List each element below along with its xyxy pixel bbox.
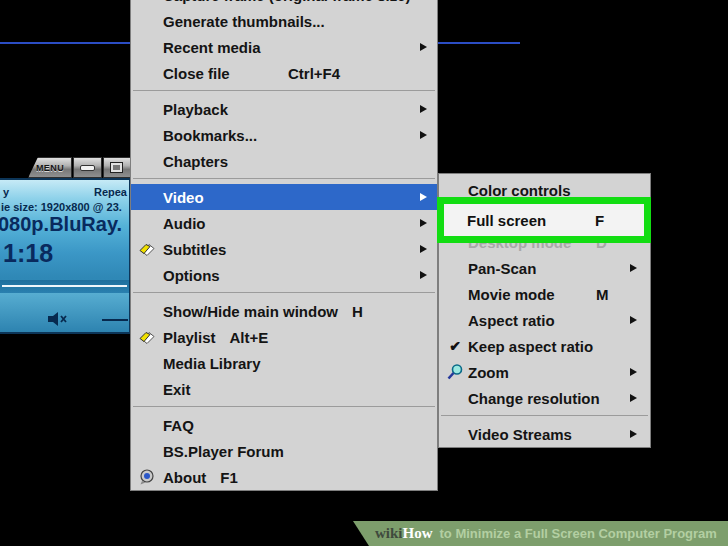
menu-item-zoom[interactable]: Zoom xyxy=(439,359,650,385)
speaker-muted-icon[interactable] xyxy=(46,311,72,331)
main-context-menu: Capture frame (original frame size)Gener… xyxy=(130,0,438,491)
menu-item-shortcut: Ctrl+F4 xyxy=(288,65,340,82)
player-text-fragment: y xyxy=(3,186,9,198)
restore-button[interactable] xyxy=(103,157,132,178)
submenu-arrow-icon xyxy=(630,264,637,272)
submenu-arrow-icon xyxy=(630,430,637,438)
submenu-arrow-icon xyxy=(420,271,427,279)
menu-separator xyxy=(133,178,435,179)
menu-item-generate-thumbnails[interactable]: Generate thumbnails... xyxy=(131,8,437,34)
menu-separator xyxy=(133,292,435,293)
menu-item-label: Generate thumbnails... xyxy=(163,13,325,30)
watermark-tagline: to Minimize a Full Screen Computer Progr… xyxy=(440,526,717,541)
menu-separator xyxy=(133,90,435,91)
submenu-arrow-icon xyxy=(420,131,427,139)
menu-item-label: Recent media xyxy=(163,39,261,56)
menu-item-faq[interactable]: FAQ xyxy=(131,412,437,438)
menu-item-label: Full screen xyxy=(467,212,546,229)
menu-item-playlist[interactable]: PlaylistAlt+E xyxy=(131,324,437,350)
menu-item-video[interactable]: Video xyxy=(131,184,437,210)
menu-item-movie-mode[interactable]: Movie modeM xyxy=(439,281,650,307)
restore-icon xyxy=(110,162,123,173)
player-titlebar: MENU xyxy=(28,157,131,178)
menu-item-label: Subtitles xyxy=(163,241,226,258)
menu-item-label: Zoom xyxy=(468,364,509,381)
player-panel: y Repea ie size: 1920x800 @ 23. 080p.Blu… xyxy=(0,178,131,334)
wikihow-logo-how: How xyxy=(403,525,433,542)
magnifier-icon xyxy=(444,363,466,381)
submenu-arrow-icon xyxy=(420,219,427,227)
menu-item-playback[interactable]: Playback xyxy=(131,96,437,122)
menu-item-aspect-ratio[interactable]: Aspect ratio xyxy=(439,307,650,333)
submenu-arrow-icon xyxy=(420,105,427,113)
menu-separator xyxy=(441,415,648,416)
menu-item-bs-player-forum[interactable]: BS.Player Forum xyxy=(131,438,437,464)
menu-item-label: Movie mode xyxy=(468,286,555,303)
menu-item-label: Capture frame (original frame size) xyxy=(163,0,411,4)
menu-item-label: Options xyxy=(163,267,220,284)
menu-item-bookmarks[interactable]: Bookmarks... xyxy=(131,122,437,148)
menu-item-label: Chapters xyxy=(163,153,228,170)
menu-item-close-file[interactable]: Close fileCtrl+F4 xyxy=(131,60,437,86)
elapsed-time: 1:18 xyxy=(3,239,53,268)
menu-item-shortcut: F xyxy=(595,212,604,229)
menu-item-label: Pan-Scan xyxy=(468,260,536,277)
seek-bar-track xyxy=(2,285,127,287)
checkmark-icon: ✔ xyxy=(444,339,466,353)
menu-item-shortcut: H xyxy=(352,303,363,320)
menu-separator xyxy=(133,406,435,407)
menu-item-options[interactable]: Options xyxy=(131,262,437,288)
menu-item-subtitles[interactable]: Subtitles xyxy=(131,236,437,262)
filename-label: 080p.BluRay. xyxy=(0,213,122,236)
menu-item-label: Audio xyxy=(163,215,206,232)
menu-item-about[interactable]: AboutF1 xyxy=(131,464,437,490)
menu-item-label: Media Library xyxy=(163,355,261,372)
menu-item-video-streams[interactable]: Video Streams xyxy=(439,421,650,447)
menu-item-label: FAQ xyxy=(163,417,194,434)
minimize-button[interactable] xyxy=(73,157,102,178)
seek-bar[interactable] xyxy=(0,280,129,293)
player-menu-tab[interactable]: MENU xyxy=(28,157,72,178)
wikihow-logo-wiki: wiki xyxy=(375,525,403,542)
menu-item-label: BS.Player Forum xyxy=(163,443,284,460)
subtitles-icon xyxy=(136,242,158,257)
menu-item-label: Playback xyxy=(163,101,228,118)
wikihow-watermark-banner: wikiHow to Minimize a Full Screen Comput… xyxy=(353,521,728,546)
movie-size-label: ie size: 1920x800 @ 23. xyxy=(1,201,122,213)
submenu-arrow-icon xyxy=(420,43,427,51)
menu-item-exit[interactable]: Exit xyxy=(131,376,437,402)
menu-item-label: Video xyxy=(163,189,204,206)
menu-item-label: Color controls xyxy=(468,182,571,199)
menu-item-capture-frame-original-frame-size[interactable]: Capture frame (original frame size) xyxy=(131,0,437,8)
minimize-icon xyxy=(80,165,95,171)
menu-item-label: Change resolution xyxy=(468,390,600,407)
menu-item-media-library[interactable]: Media Library xyxy=(131,350,437,376)
menu-item-label: Keep aspect ratio xyxy=(468,338,593,355)
menu-item-shortcut: Alt+E xyxy=(230,329,269,346)
playlist-icon xyxy=(136,330,158,345)
menu-item-change-resolution[interactable]: Change resolution xyxy=(439,385,650,411)
submenu-arrow-icon xyxy=(420,245,427,253)
repeat-label: Repea xyxy=(94,186,127,198)
screenshot-canvas: MENU y Repea ie size: 1920x800 @ 23. 080… xyxy=(0,0,728,546)
submenu-arrow-icon xyxy=(630,316,637,324)
menu-item-label: Close file xyxy=(163,65,230,82)
menu-item-chapters[interactable]: Chapters xyxy=(131,148,437,174)
volume-slider[interactable] xyxy=(102,319,128,321)
fullscreen-highlight-box[interactable]: Full screen F xyxy=(437,197,651,243)
submenu-arrow-icon xyxy=(630,394,637,402)
menu-item-show-hide-main-window[interactable]: Show/Hide main windowH xyxy=(131,298,437,324)
menu-item-label: Video Streams xyxy=(468,426,572,443)
menu-item-shortcut: M xyxy=(596,286,609,303)
menu-item-label: Exit xyxy=(163,381,191,398)
menu-item-label: Bookmarks... xyxy=(163,127,257,144)
menu-item-label: About xyxy=(163,469,206,486)
menu-item-keep-aspect-ratio[interactable]: ✔Keep aspect ratio xyxy=(439,333,650,359)
menu-item-shortcut: F1 xyxy=(220,469,238,486)
menu-item-label: Playlist xyxy=(163,329,216,346)
menu-item-audio[interactable]: Audio xyxy=(131,210,437,236)
menu-item-pan-scan[interactable]: Pan-Scan xyxy=(439,255,650,281)
bsplayer-logo-icon xyxy=(136,469,158,485)
menu-item-label: Show/Hide main window xyxy=(163,303,338,320)
menu-item-recent-media[interactable]: Recent media xyxy=(131,34,437,60)
